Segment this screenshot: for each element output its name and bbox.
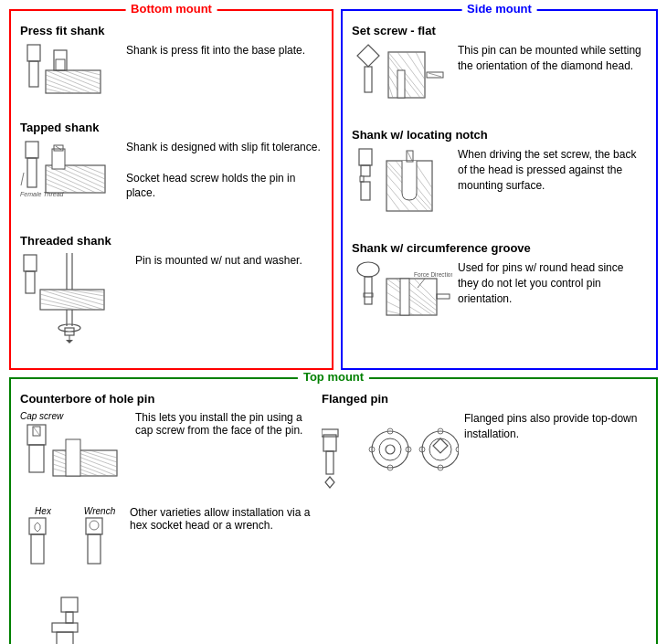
flanged-illustration bbox=[322, 411, 459, 491]
svg-marker-49 bbox=[66, 340, 73, 343]
flanged-text: Flanged pins also provide top-down insta… bbox=[464, 411, 647, 442]
t-handle-illustration bbox=[20, 596, 312, 644]
svg-rect-98 bbox=[29, 445, 44, 472]
svg-line-36 bbox=[58, 290, 104, 301]
set-screw-text: This pin can be mounted while setting th… bbox=[458, 43, 647, 74]
svg-marker-50 bbox=[357, 45, 379, 67]
tapped-block: Female Thread bbox=[20, 140, 323, 225]
top-mount-label: Top mount bbox=[298, 370, 369, 384]
svg-point-79 bbox=[357, 262, 379, 277]
circumference-groove-block: Force Direction Used for pins w/ round h… bbox=[352, 260, 647, 350]
bottom-mount-panel: Bottom mount Press fit shank bbox=[9, 9, 334, 370]
svg-rect-117 bbox=[66, 612, 73, 623]
counterbore-title: Counterbore of hole pin bbox=[20, 392, 312, 406]
svg-rect-32 bbox=[26, 271, 35, 293]
svg-marker-111 bbox=[35, 523, 40, 532]
threaded-title: Threaded shank bbox=[20, 234, 323, 248]
side-mount-panel: Side mount Set screw - flat bbox=[341, 9, 658, 370]
top-mount-body: Counterbore of hole pin Cap screw bbox=[20, 388, 647, 644]
threaded-illustration bbox=[20, 253, 130, 347]
press-fit-title: Press fit shank bbox=[20, 24, 323, 37]
svg-rect-67 bbox=[361, 182, 370, 200]
svg-rect-31 bbox=[24, 255, 37, 271]
set-screw-illustration bbox=[352, 43, 452, 119]
svg-rect-28 bbox=[52, 149, 65, 169]
locating-notch-text: When driving the set screw, the back of … bbox=[458, 147, 647, 193]
top-row: Bottom mount Press fit shank bbox=[9, 9, 658, 370]
svg-rect-115 bbox=[88, 534, 101, 564]
press-fit-illustration bbox=[20, 43, 121, 111]
svg-rect-94 bbox=[437, 294, 450, 299]
svg-rect-51 bbox=[365, 67, 372, 92]
hex-wrench-desc: Other varieties allow installation via a… bbox=[130, 506, 312, 532]
svg-rect-129 bbox=[322, 429, 338, 437]
hex-wrench-row: Hex Wrench bbox=[20, 506, 312, 592]
svg-rect-91 bbox=[400, 279, 409, 315]
svg-rect-130 bbox=[326, 451, 334, 474]
svg-rect-66 bbox=[360, 176, 364, 182]
svg-line-104 bbox=[90, 450, 117, 458]
set-screw-title: Set screw - flat bbox=[352, 24, 647, 37]
flanged-title: Flanged pin bbox=[322, 392, 647, 406]
svg-line-60 bbox=[388, 84, 393, 98]
svg-line-78 bbox=[408, 152, 412, 161]
flanged-section: Flanged pin bbox=[322, 388, 647, 644]
svg-point-140 bbox=[429, 438, 451, 460]
hex-wrench-illustrations: Hex Wrench bbox=[20, 506, 122, 592]
svg-rect-65 bbox=[361, 165, 370, 176]
svg-line-16 bbox=[21, 173, 24, 185]
svg-line-40 bbox=[40, 299, 86, 310]
svg-point-132 bbox=[372, 431, 408, 468]
counterbore-section: Counterbore of hole pin Cap screw bbox=[20, 388, 312, 644]
svg-rect-128 bbox=[323, 435, 336, 451]
svg-text:Force Direction: Force Direction bbox=[414, 271, 452, 278]
svg-line-9 bbox=[46, 79, 82, 93]
svg-rect-14 bbox=[26, 142, 38, 158]
svg-point-114 bbox=[90, 521, 99, 530]
svg-rect-116 bbox=[61, 597, 78, 612]
svg-line-22 bbox=[73, 165, 105, 179]
svg-rect-119 bbox=[57, 632, 73, 644]
svg-line-63 bbox=[429, 73, 441, 77]
tapped-text: Shank is designed with slip fit toleranc… bbox=[126, 140, 323, 201]
bottom-mount-label: Bottom mount bbox=[125, 2, 217, 16]
svg-line-76 bbox=[386, 193, 400, 211]
press-fit-block: Shank is press fit into the base plate. bbox=[20, 43, 323, 111]
press-fit-text: Shank is press fit into the base plate. bbox=[126, 43, 323, 58]
svg-point-138 bbox=[386, 445, 395, 454]
threaded-block: Pin is mounted w/ nut and washer. bbox=[20, 253, 323, 347]
svg-line-5 bbox=[64, 70, 101, 84]
top-mount-panel: Top mount Counterbore of hole pin Cap sc… bbox=[9, 377, 658, 644]
svg-rect-109 bbox=[66, 439, 80, 476]
svg-text:Female Thread: Female Thread bbox=[20, 191, 65, 197]
locating-notch-block: When driving the set screw, the back of … bbox=[352, 147, 647, 232]
cap-screw-label: Cap screw bbox=[20, 411, 130, 421]
svg-rect-61 bbox=[397, 70, 405, 98]
svg-line-24 bbox=[46, 170, 96, 193]
svg-rect-118 bbox=[52, 623, 78, 632]
side-mount-label: Side mount bbox=[461, 2, 537, 16]
set-screw-block: This pin can be mounted while setting th… bbox=[352, 43, 647, 119]
svg-line-41 bbox=[40, 303, 77, 310]
svg-line-34 bbox=[40, 290, 104, 310]
svg-point-133 bbox=[379, 438, 401, 460]
svg-rect-0 bbox=[27, 45, 40, 61]
svg-marker-131 bbox=[325, 477, 334, 488]
main-container: Bottom mount Press fit shank bbox=[9, 9, 658, 644]
svg-rect-1 bbox=[29, 61, 38, 87]
counterbore-illustration: Cap screw bbox=[20, 411, 130, 499]
tapped-title: Tapped shank bbox=[20, 121, 323, 134]
circumference-groove-text: Used for pins w/ round head since they d… bbox=[458, 260, 647, 306]
svg-rect-15 bbox=[27, 158, 37, 187]
circumference-groove-illustration: Force Direction bbox=[352, 260, 452, 350]
svg-line-86 bbox=[414, 279, 437, 301]
svg-line-55 bbox=[407, 52, 425, 79]
tapped-illustration: Female Thread bbox=[20, 140, 121, 225]
svg-line-23 bbox=[82, 165, 105, 174]
locating-notch-illustration bbox=[352, 147, 452, 232]
locating-notch-title: Shank w/ locating notch bbox=[352, 128, 647, 142]
svg-rect-95 bbox=[27, 425, 46, 445]
svg-rect-64 bbox=[359, 149, 372, 165]
svg-point-139 bbox=[422, 431, 459, 468]
flanged-block: Flanged pins also provide top-down insta… bbox=[322, 411, 647, 491]
